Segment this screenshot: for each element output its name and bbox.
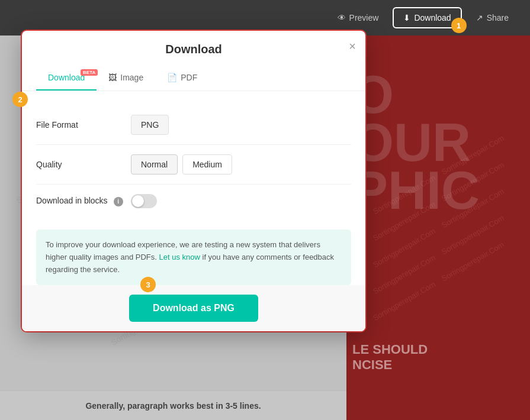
dialog-header: Download × Download BETA 🖼 Image 📄 P: [22, 31, 365, 91]
dialog-body: File Format PNG Quality Normal Medium: [22, 91, 365, 285]
share-icon: ↗: [476, 13, 483, 22]
file-format-control: PNG: [131, 115, 169, 135]
download-blocks-toggle[interactable]: [131, 194, 157, 208]
file-format-select[interactable]: PNG: [131, 115, 169, 135]
tab-pdf[interactable]: 📄 PDF: [155, 66, 209, 91]
dialog-border: Download × Download BETA 🖼 Image 📄 P: [21, 30, 367, 332]
share-label: Share: [487, 13, 509, 22]
pdf-icon: 📄: [167, 73, 177, 82]
download-dialog: Download × Download BETA 🖼 Image 📄 P: [22, 31, 365, 331]
tab-image-label: Image: [120, 73, 143, 82]
quality-row: Quality Normal Medium: [36, 145, 351, 185]
quality-medium-btn[interactable]: Medium: [182, 154, 232, 175]
beta-badge: BETA: [81, 69, 98, 76]
download-icon: ⬇: [403, 13, 410, 22]
step-badge-1: 1: [451, 18, 467, 33]
step-badge-2: 2: [12, 92, 28, 107]
tab-download-label: Download: [48, 73, 85, 82]
canvas-preview: Sortingperepair.Com Sortingperepair.Com …: [346, 35, 530, 420]
tab-download[interactable]: Download BETA: [36, 66, 97, 91]
file-format-label: File Format: [36, 120, 131, 130]
preview-button[interactable]: 👁 Preview: [328, 8, 388, 27]
preview-large-text: OOURPHIC: [352, 71, 480, 215]
quality-label: Quality: [36, 160, 131, 169]
preview-label: Preview: [349, 13, 379, 22]
quality-control: Normal Medium: [131, 154, 232, 175]
info-icon[interactable]: i: [114, 197, 123, 206]
tab-pdf-label: PDF: [181, 73, 197, 82]
share-button[interactable]: ↗ Share: [467, 8, 518, 27]
quality-normal-btn[interactable]: Normal: [131, 154, 178, 175]
download-blocks-row: Download in blocks i: [36, 185, 351, 218]
image-icon: 🖼: [108, 73, 117, 82]
dialog-title: Download: [36, 43, 351, 56]
info-link[interactable]: Let us know: [159, 253, 200, 261]
preview-subtitle: LE SHOULDNCISE: [352, 342, 428, 373]
download-blocks-control: [131, 194, 157, 208]
eye-icon: 👁: [338, 13, 346, 22]
tab-bar: Download BETA 🖼 Image 📄 PDF: [36, 66, 351, 91]
close-button[interactable]: ×: [349, 40, 356, 52]
download-as-png-button[interactable]: Download as PNG: [129, 295, 258, 322]
info-box: To improve your download experience, we …: [36, 230, 351, 285]
tab-image[interactable]: 🖼 Image: [97, 66, 155, 91]
download-label: Download: [414, 13, 451, 22]
dialog-footer: 3 Download as PNG: [22, 285, 365, 331]
dialog-outer: 2 Download × Download BETA 🖼 Image: [21, 30, 367, 332]
download-blocks-label: Download in blocks i: [36, 196, 131, 206]
download-button[interactable]: ⬇ Download 1: [393, 7, 461, 28]
file-format-row: File Format PNG: [36, 105, 351, 145]
step-badge-3: 3: [140, 277, 156, 292]
